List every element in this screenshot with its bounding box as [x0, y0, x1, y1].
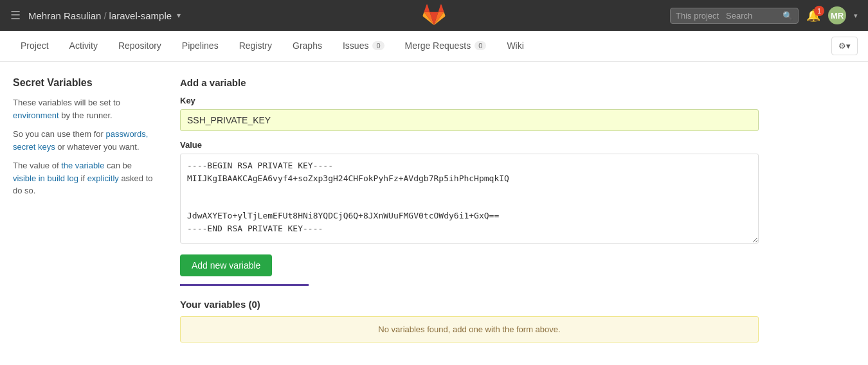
settings-dropdown-icon: ▾: [846, 41, 851, 51]
nav-merge-requests[interactable]: Merge Requests 0: [395, 31, 497, 61]
gitlab-logo[interactable]: [422, 3, 446, 28]
search-input[interactable]: [676, 11, 766, 21]
search-icon: 🔍: [782, 11, 793, 21]
sub-navigation: Project Activity Repository Pipelines Re…: [0, 31, 868, 62]
value-textarea[interactable]: ----BEGIN RSA PRIVATE KEY---- MIIJKgIBAA…: [180, 154, 759, 244]
passwords-link[interactable]: passwords, secret keys: [13, 129, 148, 152]
no-variables-message: No variables found, add one with the for…: [180, 316, 759, 343]
hamburger-icon[interactable]: ☰: [10, 8, 21, 22]
sidebar: Secret Variables These variables will be…: [13, 77, 154, 343]
nav-wiki[interactable]: Wiki: [496, 31, 534, 61]
sidebar-title: Secret Variables: [13, 77, 154, 89]
add-variable-button[interactable]: Add new variable: [180, 254, 272, 276]
form-area: Add a variable Key Value ----BEGIN RSA P…: [180, 77, 759, 343]
visible-link[interactable]: visible in build log: [13, 174, 78, 183]
notification-count: 1: [814, 6, 824, 16]
sidebar-para3: The value of the variable can be visible…: [13, 159, 154, 197]
issues-count: 0: [372, 41, 384, 50]
notifications-button[interactable]: 🔔 1: [806, 8, 820, 22]
value-textarea-wrap: ----BEGIN RSA PRIVATE KEY---- MIIJKgIBAA…: [180, 154, 759, 245]
breadcrumb-user[interactable]: Mehran Rasulian: [28, 10, 101, 21]
your-variables-title: Your variables (0): [180, 299, 759, 310]
breadcrumb-separator: /: [104, 10, 106, 21]
avatar[interactable]: MR: [828, 6, 846, 24]
variable-link[interactable]: the variable: [61, 161, 104, 170]
nav-issues[interactable]: Issues 0: [332, 31, 395, 61]
key-label: Key: [180, 96, 759, 105]
key-input[interactable]: [180, 109, 759, 131]
merge-requests-count: 0: [475, 41, 486, 50]
main-content: Secret Variables These variables will be…: [0, 62, 772, 358]
breadcrumb-project[interactable]: laravel-sample: [109, 10, 172, 21]
top-nav-right: 🔍 🔔 1 MR ▾: [670, 6, 858, 24]
settings-button[interactable]: ⚙ ▾: [831, 37, 858, 55]
form-title: Add a variable: [180, 77, 759, 88]
user-menu-dropdown-icon[interactable]: ▾: [854, 12, 858, 20]
sidebar-para2: So you can use them for passwords, secre…: [13, 128, 154, 153]
explicitly-link[interactable]: explicitly: [87, 174, 119, 183]
nav-registry[interactable]: Registry: [229, 31, 282, 61]
nav-pipelines[interactable]: Pipelines: [172, 31, 229, 61]
nav-repository[interactable]: Repository: [108, 31, 172, 61]
chevron-down-icon: ▾: [177, 11, 181, 20]
sub-nav-actions: ⚙ ▾: [831, 37, 858, 55]
form-divider: [180, 284, 309, 286]
nav-project[interactable]: Project: [10, 31, 59, 61]
value-label: Value: [180, 140, 759, 150]
nav-activity[interactable]: Activity: [59, 31, 108, 61]
environment-link[interactable]: environment: [13, 111, 59, 120]
search-box[interactable]: 🔍: [670, 8, 799, 24]
nav-graphs[interactable]: Graphs: [282, 31, 332, 61]
sidebar-para1: These variables will be set to environme…: [13, 96, 154, 121]
top-navigation: ☰ Mehran Rasulian / laravel-sample ▾ 🔍 🔔…: [0, 0, 868, 31]
breadcrumb: Mehran Rasulian / laravel-sample ▾: [28, 10, 181, 21]
